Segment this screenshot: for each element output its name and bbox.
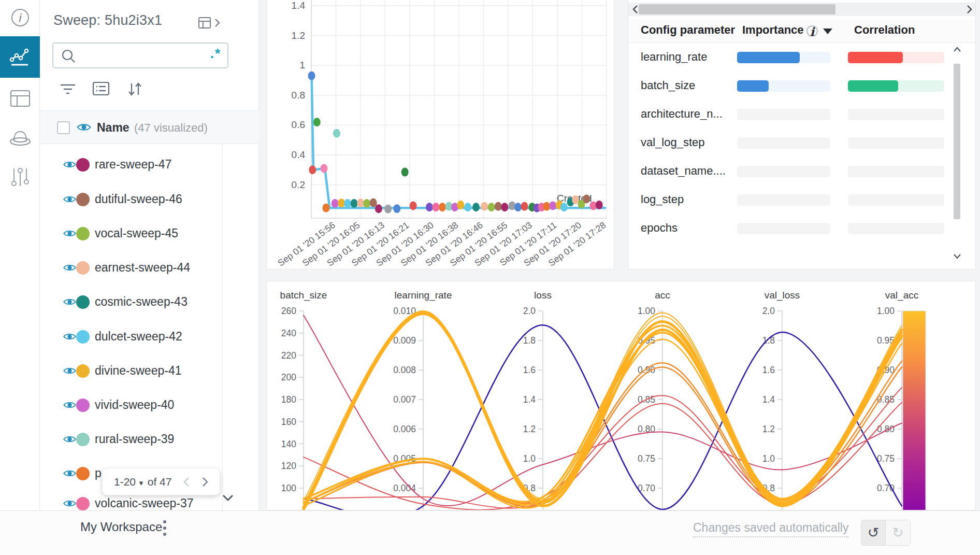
scroll-right-icon[interactable] xyxy=(966,4,973,15)
importance-header[interactable]: Importance xyxy=(742,23,804,37)
run-row[interactable]: divine-sweep-41 xyxy=(40,354,222,388)
autosave-status: Changes saved automatically xyxy=(693,521,848,537)
run-list-scrollbar[interactable] xyxy=(222,145,223,510)
parameter-name: epochs xyxy=(641,221,678,235)
importance-row[interactable]: log_step xyxy=(628,186,960,214)
undo-button[interactable]: ↺ xyxy=(861,520,886,545)
correlation-bar xyxy=(848,166,944,177)
visibility-eye-icon[interactable] xyxy=(63,332,77,341)
horizontal-scrollbar-thumb[interactable] xyxy=(639,4,835,15)
prev-page-button[interactable] xyxy=(183,476,190,488)
next-page-button[interactable] xyxy=(201,476,209,488)
run-row[interactable]: rare-sweep-47 xyxy=(40,148,222,182)
scroll-up-icon[interactable] xyxy=(953,46,961,52)
importance-bar xyxy=(737,194,830,206)
visibility-eye-icon[interactable] xyxy=(63,160,77,169)
run-color-dot xyxy=(76,330,90,344)
workspace-title[interactable]: My Workspace xyxy=(80,520,162,534)
svg-text:1.00: 1.00 xyxy=(877,306,895,316)
svg-text:1.2: 1.2 xyxy=(523,424,536,434)
visibility-eye-icon[interactable] xyxy=(63,194,77,204)
svg-text:0.004: 0.004 xyxy=(393,483,416,493)
svg-text:acc: acc xyxy=(655,290,670,301)
run-name[interactable]: volcanic-sweep-37 xyxy=(95,496,193,510)
visibility-all-eye-icon[interactable] xyxy=(76,122,92,133)
correlation-bar xyxy=(848,194,944,206)
caret-down-icon: ▼ xyxy=(138,479,145,487)
visibility-eye-icon[interactable] xyxy=(63,400,77,410)
run-name[interactable]: cosmic-sweep-43 xyxy=(95,295,188,309)
rail-item-table[interactable] xyxy=(0,83,40,114)
open-runs-table-button[interactable] xyxy=(198,17,220,29)
run-name[interactable]: rural-sweep-39 xyxy=(95,432,174,446)
scroll-left-icon[interactable] xyxy=(631,4,639,15)
run-name[interactable]: earnest-sweep-44 xyxy=(95,261,190,275)
visibility-eye-icon[interactable] xyxy=(63,434,77,444)
visibility-eye-icon[interactable] xyxy=(63,468,77,478)
svg-text:0.4: 0.4 xyxy=(292,149,306,160)
importance-row[interactable]: epochs xyxy=(628,214,960,243)
run-row[interactable]: rural-sweep-39 xyxy=(40,423,222,457)
parameter-name: val_log_step xyxy=(641,136,705,149)
page-size-dropdown[interactable]: 1-20▼ of 47 xyxy=(114,476,171,488)
run-name[interactable]: vivid-sweep-40 xyxy=(95,398,174,412)
run-row[interactable]: cosmic-sweep-43 xyxy=(40,286,222,319)
svg-text:0.008: 0.008 xyxy=(393,365,416,375)
run-row[interactable]: vivid-sweep-40 xyxy=(40,389,222,422)
rail-item-controls[interactable] xyxy=(0,162,40,193)
info-icon[interactable]: i xyxy=(806,25,818,37)
visibility-eye-icon[interactable] xyxy=(63,499,77,508)
svg-text:200: 200 xyxy=(281,372,296,382)
workspace-menu-kebab-icon[interactable] xyxy=(160,519,170,537)
filter-icon[interactable] xyxy=(59,81,77,97)
svg-text:1: 1 xyxy=(299,60,305,70)
svg-text:0.007: 0.007 xyxy=(393,394,416,405)
run-name[interactable]: rare-sweep-47 xyxy=(95,158,171,172)
svg-text:0.75: 0.75 xyxy=(877,453,895,464)
run-row[interactable]: earnest-sweep-44 xyxy=(40,251,222,285)
visibility-eye-icon[interactable] xyxy=(63,229,77,238)
horizontal-scrollbar[interactable] xyxy=(628,3,976,16)
importance-row[interactable]: architecture_n... xyxy=(628,100,960,129)
list-settings-icon[interactable] xyxy=(92,81,110,96)
rail-item-charts[interactable] xyxy=(0,36,40,78)
redo-button[interactable]: ↻ xyxy=(886,520,910,545)
scroll-down-icon[interactable] xyxy=(221,493,235,503)
run-name[interactable]: dulcet-sweep-42 xyxy=(95,330,182,344)
run-name[interactable]: dutiful-sweep-46 xyxy=(95,192,182,206)
vertical-scrollbar[interactable] xyxy=(953,43,962,263)
vertical-scrollbar-thumb[interactable] xyxy=(954,64,960,219)
rail-item-sweeps[interactable] xyxy=(0,122,40,153)
svg-text:batch_size: batch_size xyxy=(280,290,327,301)
importance-row[interactable]: learning_rate xyxy=(628,43,960,72)
visibility-eye-icon[interactable] xyxy=(63,366,77,376)
regex-toggle-icon[interactable]: .* xyxy=(210,46,221,62)
run-color-dot xyxy=(76,227,90,240)
select-all-checkbox[interactable] xyxy=(57,121,70,134)
visibility-eye-icon[interactable] xyxy=(63,297,77,307)
svg-text:1.0: 1.0 xyxy=(523,453,536,464)
svg-text:0.009: 0.009 xyxy=(393,335,416,346)
run-name[interactable]: vocal-sweep-45 xyxy=(95,226,178,240)
name-column-header[interactable]: Name xyxy=(97,121,129,135)
scroll-down-icon[interactable] xyxy=(953,253,961,260)
svg-text:1.6: 1.6 xyxy=(762,365,775,375)
visibility-eye-icon[interactable] xyxy=(63,263,77,273)
importance-row[interactable]: batch_size xyxy=(628,72,960,100)
importance-row[interactable]: val_log_step xyxy=(628,129,960,157)
svg-text:1.0: 1.0 xyxy=(762,453,775,464)
sort-desc-icon[interactable] xyxy=(823,29,832,34)
run-row[interactable]: dutiful-sweep-46 xyxy=(40,183,222,217)
sort-icon[interactable] xyxy=(126,81,143,97)
run-name[interactable]: p xyxy=(95,466,102,480)
svg-text:120: 120 xyxy=(281,461,296,471)
importance-row[interactable]: dataset_name.... xyxy=(628,157,960,186)
run-row[interactable]: vocal-sweep-45 xyxy=(40,217,222,251)
scatter-plot[interactable]: 1.41.210.80.60.40.2Sep 01 '20 15:56Sep 0… xyxy=(267,0,614,269)
run-name[interactable]: divine-sweep-41 xyxy=(95,364,181,378)
parallel-coordinates-plot[interactable]: batch_size260240220200180160140120100lea… xyxy=(267,281,976,510)
run-row[interactable]: dulcet-sweep-42 xyxy=(40,320,222,354)
pagination-card: 1-20▼ of 47 xyxy=(102,468,220,495)
rail-item-overview[interactable]: i xyxy=(0,4,40,31)
run-search-input[interactable]: .* xyxy=(52,42,228,68)
